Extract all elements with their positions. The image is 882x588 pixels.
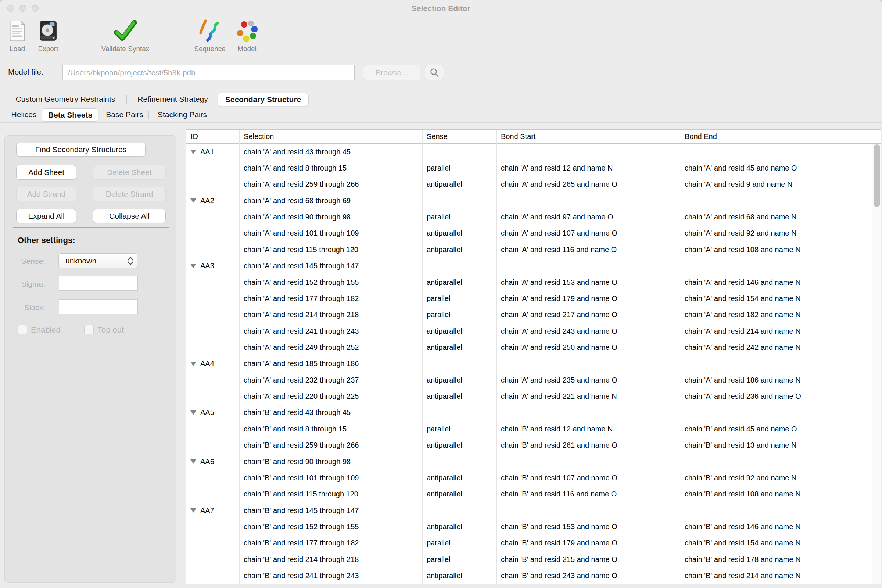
collapse-all-button[interactable]: Collapse All [93, 209, 166, 223]
tab-beta-sheets[interactable]: Beta Sheets [42, 108, 99, 122]
sequence-button[interactable]: Sequence [184, 18, 236, 53]
disclosure-triangle-icon[interactable] [190, 264, 196, 268]
table-row[interactable]: chain 'B' and resid 214 through 218 para… [186, 551, 881, 567]
tab-helices[interactable]: Helices [9, 107, 38, 122]
row-bond-end: chain 'B' and resid 92 and name N [680, 474, 867, 482]
tab-stacking-pairs[interactable]: Stacking Pairs [154, 107, 211, 122]
row-bond-end: chain 'B' and resid 45 and name O [680, 425, 867, 433]
column-header-bond-end[interactable]: Bond End [680, 132, 867, 141]
row-bond-end: chain 'A' and resid 236 and name O [680, 392, 867, 400]
row-bond-end: chain 'A' and resid 214 and name N [680, 327, 867, 336]
row-sense: antiparallel [422, 246, 496, 254]
sheet-controls-panel: Find Secondary Structures Add Sheet Dele… [4, 135, 176, 583]
sense-dropdown[interactable]: unknown [58, 253, 138, 268]
table-row[interactable]: chain 'A' and resid 177 through 182 para… [186, 290, 881, 306]
sigma-field[interactable] [59, 276, 138, 291]
table-row[interactable]: chain 'B' and resid 241 through 243 anti… [186, 567, 881, 584]
table-row[interactable]: chain 'A' and resid 8 through 15 paralle… [186, 160, 881, 176]
row-bond-end: chain 'A' and resid 242 and name N [680, 343, 867, 352]
table-row[interactable]: AA2 chain 'A' and resid 68 through 69 [186, 193, 881, 209]
table-row[interactable]: chain 'A' and resid 232 through 237 anti… [186, 372, 881, 388]
table-row[interactable]: AA7 chain 'B' and resid 145 through 147 [186, 502, 881, 519]
table-row[interactable]: chain 'A' and resid 90 through 98 parall… [186, 209, 881, 225]
row-id: AA4 [200, 359, 214, 368]
row-sense: parallel [422, 310, 496, 319]
disclosure-triangle-icon[interactable] [190, 198, 196, 203]
add-sheet-button[interactable]: Add Sheet [16, 165, 76, 180]
load-button[interactable]: Load [5, 18, 29, 53]
sense-label: Sense: [5, 257, 45, 266]
row-selection: chain 'B' and resid 241 through 243 [239, 572, 422, 580]
row-selection: chain 'A' and resid 220 through 225 [239, 392, 422, 400]
model-file-input[interactable] [63, 64, 355, 81]
row-sense: antiparallel [422, 490, 496, 498]
table-row[interactable]: chain 'B' and resid 115 through 120 anti… [186, 486, 881, 502]
row-selection: chain 'A' and resid 152 through 155 [239, 278, 422, 286]
vertical-scrollbar[interactable] [872, 144, 881, 584]
row-selection: chain 'A' and resid 214 through 218 [239, 310, 422, 319]
disclosure-triangle-icon[interactable] [190, 362, 196, 366]
row-bond-start: chain 'B' and resid 12 and name N [496, 425, 680, 433]
row-bond-start: chain 'B' and resid 215 and name O [496, 555, 680, 564]
model-button[interactable]: Model [230, 18, 264, 53]
table-row[interactable]: chain 'B' and resid 101 through 109 anti… [186, 470, 881, 486]
enabled-checkbox[interactable] [18, 325, 27, 334]
row-bond-start: chain 'B' and resid 107 and name O [496, 474, 680, 482]
table-row[interactable]: AA5 chain 'B' and resid 43 through 45 [186, 405, 881, 421]
scrollbar-thumb[interactable] [873, 144, 880, 207]
table-row[interactable]: chain 'B' and resid 177 through 182 para… [186, 535, 881, 551]
column-divider [239, 130, 240, 584]
disclosure-triangle-icon[interactable] [190, 150, 196, 154]
table-row[interactable]: AA4 chain 'A' and resid 185 through 186 [186, 356, 881, 372]
table-row[interactable]: AA6 chain 'B' and resid 90 through 98 [186, 453, 881, 470]
search-button[interactable] [425, 64, 444, 81]
row-selection: chain 'B' and resid 145 through 147 [239, 506, 422, 515]
row-selection: chain 'A' and resid 8 through 15 [239, 164, 422, 172]
row-sense: antiparallel [422, 376, 496, 384]
table-row[interactable]: chain 'A' and resid 259 through 266 anti… [186, 176, 881, 193]
table-row[interactable]: chain 'A' and resid 152 through 155 anti… [186, 274, 881, 290]
row-sense: parallel [422, 294, 496, 303]
subtab-divider [216, 111, 216, 119]
ribbon-icon [198, 18, 221, 44]
slack-field[interactable] [59, 299, 138, 314]
disclosure-triangle-icon[interactable] [190, 459, 196, 464]
tab-secondary-structure[interactable]: Secondary Structure [218, 93, 309, 106]
disclosure-triangle-icon[interactable] [190, 508, 196, 513]
validate-syntax-button[interactable]: Validate Syntax [90, 18, 160, 53]
row-bond-start: chain 'B' and resid 116 and name O [496, 490, 680, 498]
table-row[interactable]: chain 'A' and resid 214 through 218 para… [186, 307, 881, 323]
table-row[interactable]: chain 'A' and resid 220 through 225 anti… [186, 388, 881, 404]
tab-custom-geometry-restraints[interactable]: Custom Geometry Restraints [9, 92, 121, 106]
expand-all-button[interactable]: Expand All [16, 209, 76, 223]
tab-base-pairs[interactable]: Base Pairs [106, 107, 143, 122]
browse-button[interactable]: Browse... [363, 64, 420, 81]
row-id: AA1 [200, 148, 214, 156]
table-row[interactable]: chain 'A' and resid 115 through 120 anti… [186, 242, 881, 258]
table-row[interactable]: chain 'B' and resid 152 through 155 anti… [186, 519, 881, 535]
row-selection: chain 'A' and resid 185 through 186 [239, 359, 422, 368]
find-secondary-structures-button[interactable]: Find Secondary Structures [16, 142, 146, 156]
table-row[interactable]: chain 'A' and resid 249 through 252 anti… [186, 339, 881, 356]
table-row[interactable]: chain 'B' and resid 8 through 15 paralle… [186, 421, 881, 437]
table-row[interactable]: chain 'A' and resid 101 through 109 anti… [186, 225, 881, 242]
column-header-id[interactable]: ID [186, 132, 239, 141]
column-header-bond-start[interactable]: Bond Start [496, 132, 680, 141]
table-row[interactable]: AA1 chain 'A' and resid 43 through 45 [186, 144, 881, 160]
column-header-sense[interactable]: Sense [422, 132, 496, 141]
row-bond-end: chain 'A' and resid 182 and name N [680, 310, 867, 319]
column-header-selection[interactable]: Selection [239, 132, 422, 141]
disclosure-triangle-icon[interactable] [190, 411, 196, 415]
tab-refinement-strategy[interactable]: Refinement Strategy [135, 92, 211, 106]
table-row[interactable]: chain 'A' and resid 241 through 243 anti… [186, 323, 881, 339]
row-selection: chain 'A' and resid 115 through 120 [239, 246, 422, 254]
row-bond-start: chain 'B' and resid 153 and name O [496, 523, 680, 531]
top-out-checkbox[interactable] [84, 325, 94, 334]
sigma-label: Sigma: [5, 280, 45, 288]
table-row[interactable]: chain 'B' and resid 259 through 266 anti… [186, 437, 881, 453]
row-bond-end: chain 'B' and resid 154 and name N [680, 539, 867, 547]
export-button[interactable]: Export [35, 18, 61, 53]
row-selection: chain 'A' and resid 101 through 109 [239, 229, 422, 237]
row-sense: parallel [422, 555, 496, 564]
table-row[interactable]: AA3 chain 'A' and resid 145 through 147 [186, 258, 881, 274]
